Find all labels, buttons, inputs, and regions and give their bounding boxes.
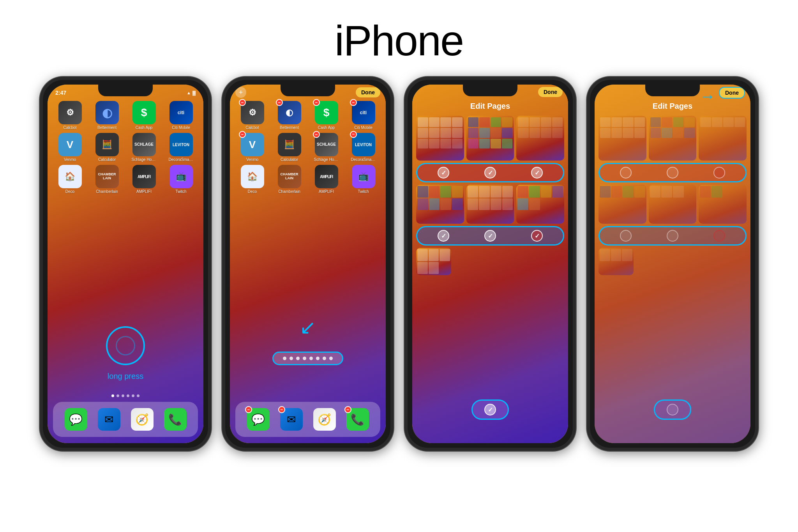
checkbox-4-4[interactable] <box>620 230 632 242</box>
minus-badge-schlage-2[interactable]: − <box>313 131 320 138</box>
page-thumb-6-3[interactable] <box>516 185 564 224</box>
dh-dot-4 <box>303 357 306 360</box>
app-calcbot-2[interactable]: −⚙ Calcbot <box>235 101 269 130</box>
checkbox-5-4[interactable] <box>667 230 678 242</box>
minus-badge-citi-2[interactable]: − <box>350 99 357 106</box>
app-amplifi-2[interactable]: AMPLIFI AMPLIFI <box>309 165 343 194</box>
page-thumb-1-3[interactable] <box>416 116 464 161</box>
checkbox-1-3[interactable]: ✓ <box>438 167 449 179</box>
page-thumb-1-4[interactable] <box>598 116 646 161</box>
app-icon-schlage-2: −SCHLAGE <box>315 133 338 156</box>
page-thumb-5-3[interactable] <box>466 185 514 224</box>
dock-phone-1[interactable]: 📞 <box>164 408 187 431</box>
mini-icon <box>417 249 428 261</box>
mini-icon <box>650 117 661 127</box>
mini-icon <box>452 186 463 198</box>
app-schlage-2[interactable]: −SCHLAGE Schlage Home <box>309 133 343 162</box>
page-thumb-7-3[interactable] <box>416 248 451 275</box>
mini-icon <box>650 186 661 198</box>
done-button-4[interactable]: Done <box>719 87 745 99</box>
mini-icon <box>552 117 563 127</box>
page-thumb-4-4[interactable] <box>598 185 646 224</box>
page-thumb-7-4[interactable] <box>598 248 634 275</box>
checkbox-2-3[interactable]: ✓ <box>484 167 496 179</box>
page-thumb-6-4[interactable] <box>699 185 747 224</box>
checkbox-6-4[interactable] <box>713 230 725 242</box>
minus-badge-calcbot-2[interactable]: − <box>239 99 246 106</box>
bottom-check-4[interactable] <box>667 404 678 415</box>
app-amplifi-1[interactable]: AMPLIFI AMPLIFI <box>127 165 161 194</box>
app-icon-citi-2: −citi <box>352 101 375 124</box>
done-button-2[interactable]: Done <box>356 87 380 97</box>
checkbox-1-4[interactable] <box>620 167 632 179</box>
bottom-checkbox-3[interactable]: ✓ <box>471 399 509 420</box>
page-thumb-3-3[interactable] <box>516 116 564 161</box>
notch-1 <box>98 85 153 96</box>
app-label-deco-1: Deco <box>65 189 74 194</box>
app-chamberlain-1[interactable]: CHAMBERLAIN Chamberlain <box>90 165 124 194</box>
mini-icon <box>712 117 722 127</box>
minus-dock-phone-2[interactable]: − <box>344 406 351 413</box>
mini-icon <box>429 198 440 210</box>
plus-button-2[interactable]: + <box>235 87 246 98</box>
checkbox-5-3[interactable]: ✓ <box>484 230 496 242</box>
minus-badge-venmo-2[interactable]: − <box>239 131 246 138</box>
app-calculator-1[interactable]: 🧮 Calculator <box>90 133 124 162</box>
page-thumb-4-3[interactable] <box>416 185 464 224</box>
mini-icon <box>600 128 611 138</box>
mini-icon <box>623 186 634 198</box>
app-icon-calculator-2: 🧮 <box>278 133 301 156</box>
dock-mail-1[interactable]: ✉ <box>98 408 120 431</box>
checkbox-4-3[interactable]: ✓ <box>438 230 449 242</box>
page-thumb-2-4[interactable] <box>649 116 697 161</box>
app-twitch-2[interactable]: 📺 Twitch <box>346 165 380 194</box>
dh-dot-3 <box>296 357 300 360</box>
page-thumb-5-4[interactable] <box>649 185 697 224</box>
app-betterment-2[interactable]: −◐ Betterment <box>272 101 306 130</box>
app-venmo-1[interactable]: V Venmo <box>53 133 87 162</box>
minus-badge-cashapp-2[interactable]: − <box>313 99 320 106</box>
dot-3 <box>122 394 124 397</box>
app-calculator-2[interactable]: 🧮 Calculator <box>272 133 306 162</box>
app-schlage-1[interactable]: SCHLAGE Schlage Home <box>127 133 161 162</box>
done-button-3[interactable]: Done <box>538 87 563 97</box>
app-citi-1[interactable]: citi Citi Mobile <box>164 101 198 130</box>
checkbox-row-2-4 <box>598 226 747 246</box>
app-deco-2[interactable]: 🏠 Deco <box>235 165 269 194</box>
checkbox-2-4[interactable] <box>667 167 678 179</box>
app-betterment-1[interactable]: ◐ Betterment <box>90 101 124 130</box>
minus-dock-messages-2[interactable]: − <box>245 406 252 413</box>
minus-badge-betterment-2[interactable]: − <box>276 99 283 106</box>
checkbox-row-1-3: ✓ ✓ ✓ <box>416 163 564 182</box>
app-citi-2[interactable]: −citi Citi Mobile <box>346 101 380 130</box>
mini-icon <box>734 117 745 127</box>
checkbox-6-3[interactable]: ✓ <box>531 230 543 242</box>
checkbox-3-4[interactable] <box>713 167 725 179</box>
dock-safari-1[interactable]: 🧭 <box>131 408 154 431</box>
pages-layout-3: ✓ ✓ ✓ <box>416 116 564 275</box>
dock-messages-1[interactable]: 💬 <box>65 408 87 431</box>
app-cashapp-1[interactable]: $ Cash App <box>127 101 161 130</box>
dh-dot-7 <box>323 357 326 360</box>
app-venmo-2[interactable]: −V Venmo <box>235 133 269 162</box>
phone-3-screen: ▲ ▓ Done Edit Pages <box>412 85 568 443</box>
bottom-checkbox-4[interactable] <box>654 399 691 420</box>
minus-dock-mail-2[interactable]: − <box>278 406 285 413</box>
app-twitch-1[interactable]: 📺 Twitch <box>164 165 198 194</box>
app-calcbot-1[interactable]: ⚙ Calcbot <box>53 101 87 130</box>
mini-icon <box>479 117 490 127</box>
page-thumb-3-4[interactable] <box>699 116 747 161</box>
app-cashapp-2[interactable]: −$ Cash App <box>309 101 343 130</box>
app-deco-1[interactable]: 🏠 Deco <box>53 165 87 194</box>
app-leviton-2[interactable]: −LEVITON DecoraSmartH... <box>346 133 380 162</box>
app-leviton-1[interactable]: LEVITON DecoraSmartH... <box>164 133 198 162</box>
page-thumb-2-3[interactable] <box>466 116 514 161</box>
app-chamberlain-2[interactable]: CHAMBERLAIN Chamberlain <box>272 165 306 194</box>
bottom-check-3[interactable]: ✓ <box>484 404 496 415</box>
dock-mail-2-wrapper: − ✉ <box>280 408 303 431</box>
checkbox-3-3[interactable]: ✓ <box>531 167 543 179</box>
phone-2-screen: ▲ ▓ + Done −⚙ Calcbot −◐ <box>230 85 386 443</box>
dock-safari-2[interactable]: 🧭 <box>313 408 336 431</box>
minus-badge-leviton-2[interactable]: − <box>350 131 357 138</box>
mini-icon <box>452 198 463 210</box>
